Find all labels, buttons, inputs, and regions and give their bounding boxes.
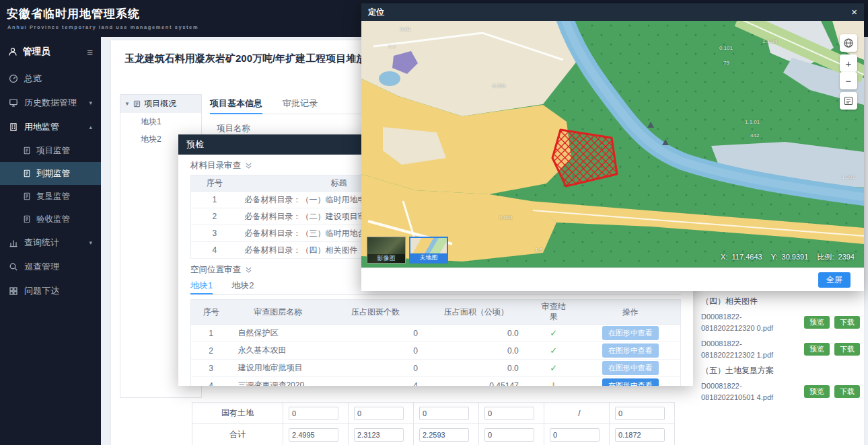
map-coordinates-readout: X: 117.4643 Y: 30.9391 比例: 2394	[714, 252, 855, 262]
value-input[interactable]: 0.1872	[615, 428, 665, 442]
sidebar-subitem-label: 项目监管	[36, 145, 70, 157]
value-input[interactable]: 0	[484, 407, 534, 420]
row-index: 1	[191, 325, 231, 342]
column-header: 操作	[581, 300, 681, 325]
preview-button[interactable]: 预览	[804, 316, 830, 329]
legend-button[interactable]	[840, 92, 857, 110]
sidebar-subitem-reclamation-supervision[interactable]: 复垦监管	[0, 185, 101, 208]
patch-count: 0	[325, 342, 426, 360]
scale-value: 2394	[838, 253, 855, 261]
sidebar-subitem-project-supervision[interactable]: 项目监管	[0, 139, 101, 162]
table-row: 合计 2.4995 2.3123 2.2593 0 0 0.1872	[192, 424, 675, 445]
sidebar-item-problem-assignment[interactable]: 问题下达	[0, 279, 101, 303]
sidebar-item-inspection[interactable]: 巡查管理	[0, 255, 101, 279]
building-icon	[9, 122, 18, 132]
attachment-files-panel: （四）相关图件 D00081822-0818202212320 0.pdf 预览…	[696, 292, 864, 399]
value-input[interactable]: 0	[289, 407, 338, 420]
locate-modal-footer: 全屏	[361, 268, 864, 291]
user-icon	[8, 47, 17, 56]
tree-node-project-overview[interactable]: ▼ 项目概况	[120, 95, 201, 113]
map-parcel-label: 1.8	[535, 247, 542, 253]
menu-toggle-icon[interactable]: ≡	[87, 46, 93, 58]
sidebar-subitem-expiry-supervision[interactable]: 到期监管	[0, 162, 101, 185]
zoom-in-button[interactable]: +	[840, 54, 857, 72]
column-header: 审查图层名称	[231, 300, 325, 325]
value-input[interactable]: 0	[550, 428, 600, 442]
sidebar-item-label: 总览	[24, 73, 42, 85]
value-input[interactable]: 0	[419, 407, 469, 420]
sidebar-subitem-label: 到期监管	[36, 168, 70, 179]
view-in-map-button[interactable]: 在图形中查看	[602, 343, 659, 358]
sidebar-item-label: 问题下达	[24, 285, 59, 297]
coord-y-label: Y:	[771, 253, 778, 261]
patch-count: 4	[325, 377, 426, 387]
tab-parcel-1[interactable]: 地块1	[190, 278, 213, 294]
map-parcel-label: 0.01	[400, 26, 411, 32]
file-name: D00081822-0818202212302 1.pdf	[701, 338, 790, 360]
tree-expand-caret-icon[interactable]: ▼	[124, 101, 130, 107]
value-input[interactable]: 2.2593	[419, 428, 469, 442]
patch-area: 0.0	[426, 342, 527, 360]
tree-node-parcel-1[interactable]: 地块1	[120, 113, 201, 130]
sidebar-item-label: 查询统计	[24, 237, 59, 249]
scale-label: 比例:	[817, 253, 834, 261]
download-button[interactable]: 下载	[834, 385, 860, 398]
table-row: 国有土地 0 0 0 0 / 0	[192, 403, 675, 424]
sidebar-item-label: 历史数据管理	[24, 97, 77, 109]
view-in-map-button[interactable]: 在图形中查看	[602, 361, 659, 375]
download-button[interactable]: 下载	[834, 343, 860, 356]
collapse-double-chevron-icon[interactable]	[245, 266, 252, 274]
sidebar-subitem-acceptance-supervision[interactable]: 验收监管	[0, 208, 101, 231]
basemap-tianditu-thumb[interactable]: 天地图	[409, 237, 448, 264]
preview-button[interactable]: 预览	[804, 343, 830, 356]
value-input[interactable]: 0	[484, 428, 534, 442]
row-index: 3	[191, 360, 231, 377]
close-icon[interactable]: ×	[851, 3, 857, 21]
basemap-satellite-thumb[interactable]: 影像图	[367, 237, 406, 264]
spatial-review-table: 序号 审查图层名称 压占图斑个数 压占面积（公顷） 审查结果 操作 1 自然保护…	[190, 299, 681, 386]
dashboard-icon	[9, 74, 18, 83]
value-cell: /	[544, 403, 610, 424]
view-in-map-button[interactable]: 在图形中查看	[602, 326, 659, 340]
sidebar-subitem-label: 复垦监管	[36, 191, 70, 202]
tab-basic-info[interactable]: 项目基本信息	[210, 94, 262, 114]
sidebar-item-query-statistics[interactable]: 查询统计 ▾	[0, 231, 101, 255]
coord-x-value: 117.4643	[732, 253, 762, 261]
table-row: 2 永久基本农田 0 0.0 ✓ 在图形中查看	[191, 342, 681, 360]
file-row: D00081822-0818202210501 4.pdf 预览 下载	[701, 380, 860, 403]
value-input[interactable]: 2.3123	[354, 428, 404, 442]
tab-parcel-2[interactable]: 地块2	[231, 278, 254, 294]
file-name: D00081822-0818202210501 4.pdf	[701, 380, 790, 403]
map-parcel-label: 1.1.01	[745, 119, 760, 125]
map-parcel-label: 7.7	[388, 44, 396, 50]
sidebar-user-label: 管理员	[23, 46, 50, 58]
value-input[interactable]: 2.4995	[289, 428, 338, 442]
basemap-globe-button[interactable]	[840, 34, 857, 52]
fullscreen-button[interactable]: 全屏	[818, 272, 851, 288]
map-canvas[interactable]	[361, 21, 864, 268]
collapse-double-chevron-icon[interactable]	[245, 162, 252, 169]
value-input[interactable]: 0	[615, 407, 665, 420]
project-name-label: 项目名称	[217, 123, 250, 134]
locate-modal-title: 定位	[368, 7, 384, 17]
map-parcel-label: 0.301	[493, 83, 506, 89]
value-input[interactable]: 0	[354, 407, 404, 420]
sidebar-item-history-data[interactable]: 历史数据管理 ▾	[0, 91, 101, 115]
map-viewport[interactable]: 0.01 7.7 0.301 0.101 79 1.1.04 1.1.01 44…	[361, 21, 864, 268]
result-pass-icon: ✓	[550, 346, 557, 356]
result-pass-icon: ✓	[550, 328, 557, 338]
zoom-out-button[interactable]: −	[840, 72, 857, 89]
map-parcel-label: 1.1.04	[762, 38, 777, 44]
basemap-satellite-label: 影像图	[367, 254, 405, 263]
layer-name: 三调变更调查2020	[231, 377, 325, 387]
row-index: 4	[191, 377, 231, 387]
download-button[interactable]: 下载	[834, 316, 860, 329]
preview-button[interactable]: 预览	[804, 385, 830, 398]
sidebar-item-overview[interactable]: 总览	[0, 67, 101, 91]
result-warning-icon: !	[552, 380, 555, 386]
column-header: 压占图斑个数	[325, 300, 426, 325]
tab-approval-record[interactable]: 审批记录	[283, 94, 318, 114]
coord-x-label: X:	[721, 253, 727, 261]
view-in-map-button[interactable]: 在图形中查看	[602, 378, 659, 386]
sidebar-item-land-supervision[interactable]: 用地监管 ▴	[0, 115, 101, 139]
